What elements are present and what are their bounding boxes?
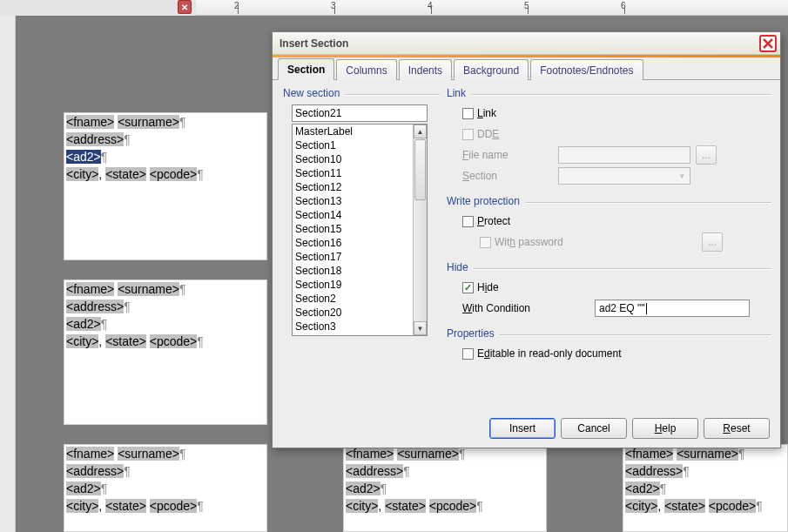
dde-checkbox — [462, 129, 474, 140]
horizontal-ruler: 2 3 4 5 6 — [196, 0, 788, 16]
tab-columns[interactable]: Columns — [336, 59, 396, 80]
dde-label: DDE — [477, 128, 499, 140]
link-checkbox[interactable] — [462, 108, 474, 119]
condition-input[interactable]: ad2 EQ "" — [595, 300, 750, 317]
protect-checkbox[interactable] — [462, 216, 474, 227]
list-item[interactable]: Section14 — [293, 208, 413, 222]
new-section-label: New section — [283, 87, 340, 99]
link-section-label: Section — [462, 170, 558, 182]
scrollbar[interactable]: ▲ ▼ — [413, 125, 427, 335]
hide-group-label: Hide — [447, 261, 468, 273]
section-name-input[interactable] — [292, 104, 428, 122]
link-label: Link — [477, 107, 496, 119]
tab-content: New section MasterLabel Section1 Section… — [273, 80, 780, 418]
list-item[interactable]: Section13 — [293, 194, 413, 208]
list-item[interactable]: Section16 — [293, 236, 413, 250]
hide-label: Hide — [477, 281, 499, 293]
wprotect-group-label: Write protection — [447, 195, 520, 207]
properties-group-label: Properties — [447, 327, 495, 340]
insert-section-dialog: Insert Section Section Columns Indents B… — [272, 31, 781, 448]
list-item[interactable]: Section2 — [293, 292, 413, 306]
tab-indents[interactable]: Indents — [399, 59, 452, 80]
vertical-ruler — [0, 16, 16, 532]
list-item[interactable]: Section17 — [293, 250, 413, 264]
dialog-title-text: Insert Section — [280, 37, 348, 50]
editable-label: Editable in read-only document — [477, 347, 621, 360]
help-button[interactable]: Help — [632, 418, 698, 439]
label-cell-5: <fname> <surname>¶ <address>¶ <ad2>¶ <ci… — [623, 444, 788, 532]
hide-checkbox[interactable] — [462, 282, 474, 293]
label-cell-3: <fname> <surname>¶ <address>¶ <ad2>¶ <ci… — [64, 444, 267, 532]
scroll-up-icon[interactable]: ▲ — [414, 125, 427, 138]
tab-footnotes[interactable]: Footnotes/Endnotes — [530, 59, 643, 80]
dialog-tabs: Section Columns Indents Background Footn… — [273, 57, 780, 80]
withpw-label: With password — [495, 236, 697, 248]
link-group-label: Link — [447, 87, 466, 99]
browse-file-button: ... — [696, 145, 717, 165]
list-item[interactable]: Section19 — [293, 278, 413, 292]
dialog-close-button[interactable] — [759, 35, 777, 52]
list-item[interactable]: Section18 — [293, 264, 413, 278]
chevron-down-icon: ▾ — [676, 170, 688, 182]
set-password-button: ... — [702, 232, 723, 252]
scroll-thumb[interactable] — [414, 139, 426, 200]
list-item[interactable]: Section11 — [293, 166, 413, 180]
condition-label: With Condition — [462, 302, 595, 314]
dialog-titlebar[interactable]: Insert Section — [273, 32, 780, 55]
filename-input — [558, 146, 690, 164]
tab-background[interactable]: Background — [454, 59, 529, 80]
insert-button[interactable]: Insert — [489, 418, 556, 439]
cancel-button[interactable]: Cancel — [561, 418, 627, 439]
list-item[interactable]: Section1 — [293, 138, 413, 152]
section-list[interactable]: MasterLabel Section1 Section10 Section11… — [293, 125, 413, 335]
list-item[interactable]: Section12 — [293, 180, 413, 194]
scroll-down-icon[interactable]: ▼ — [414, 321, 427, 335]
editable-checkbox[interactable] — [462, 348, 474, 360]
label-cell-1: <fname> <surname>¶ <address>¶ <ad2>¶ <ci… — [64, 112, 267, 260]
label-cell-4: <fname> <surname>¶ <address>¶ <ad2>¶ <ci… — [343, 444, 547, 532]
list-item[interactable]: Section10 — [293, 152, 413, 166]
reset-button[interactable]: Reset — [704, 418, 770, 439]
list-item[interactable]: MasterLabel — [293, 125, 413, 138]
list-item[interactable]: Section3 — [293, 320, 413, 333]
protect-label: Protect — [477, 215, 510, 227]
withpw-checkbox — [480, 237, 491, 248]
list-item[interactable]: Section20 — [293, 306, 413, 320]
panel-close-icon[interactable]: ✕ — [178, 0, 192, 14]
list-item[interactable]: Section15 — [293, 222, 413, 236]
close-icon — [762, 37, 774, 50]
section-select: ▾ — [558, 167, 690, 185]
label-cell-2: <fname> <surname>¶ <address>¶ <ad2>¶ <ci… — [64, 279, 267, 425]
tab-section[interactable]: Section — [278, 58, 334, 80]
filename-label: File name — [462, 149, 558, 161]
